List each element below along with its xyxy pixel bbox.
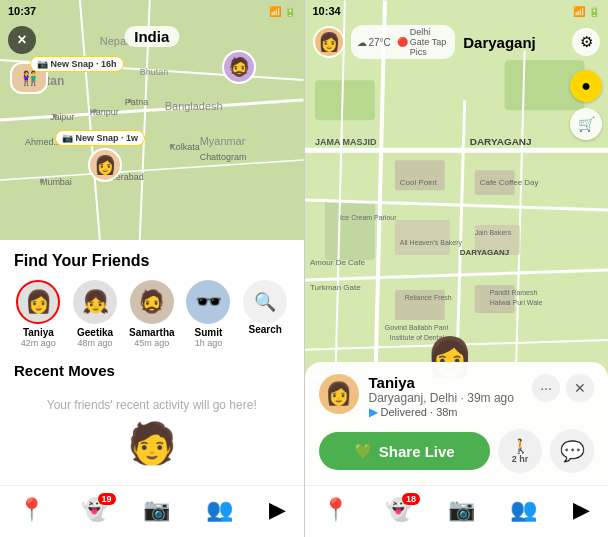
snap-badge-2: 📷 New Snap · 1w xyxy=(55,130,145,146)
empty-text: Your friends' recent activity will go he… xyxy=(47,398,257,412)
sumit-name: Sumit xyxy=(195,327,223,338)
taniya-name: Taniya xyxy=(23,327,54,338)
svg-text:Ice Cream Parlour: Ice Cream Parlour xyxy=(339,214,396,221)
right-time: 10:34 xyxy=(313,5,341,17)
card-buttons: 💚 Share Live 🚶 2 hr 💬 xyxy=(319,429,595,473)
right-bottom-nav: 📍 👻 18 📷 👥 ▶ xyxy=(305,485,609,537)
search-label: Search xyxy=(248,324,281,335)
chat-icon: 💬 xyxy=(560,439,585,463)
svg-rect-29 xyxy=(324,200,374,260)
right-panel: JAMA MASJID DARYAGANJ Cool Point Cafe Co… xyxy=(305,0,609,537)
gear-button[interactable]: ⚙ xyxy=(572,28,600,56)
svg-text:Reliance Fresh: Reliance Fresh xyxy=(404,294,451,301)
friends-nav[interactable]: 👥 xyxy=(206,497,233,523)
svg-text:Chattogram: Chattogram xyxy=(200,152,247,162)
search-circle: 🔍 xyxy=(243,280,287,324)
svg-point-23 xyxy=(40,179,44,183)
right-status-bar: 10:34 📶 🔋 xyxy=(305,0,609,22)
discover-nav[interactable]: ▶ xyxy=(269,497,286,523)
camera-icon: 📷 xyxy=(143,497,170,523)
weather-location: Delhi Gate Tap Pics xyxy=(410,27,449,57)
right-status-icons: 📶 🔋 xyxy=(573,6,600,17)
walk-time: 2 hr xyxy=(512,454,529,464)
samartha-time: 45m ago xyxy=(134,338,169,348)
svg-text:JAMA MASJID: JAMA MASJID xyxy=(314,137,376,147)
friends-icon-r: 👥 xyxy=(510,497,537,523)
samartha-avatar: 🧔 xyxy=(130,280,174,324)
chat-button[interactable]: 💬 xyxy=(550,429,594,473)
geetika-avatar: 👧 xyxy=(73,280,117,324)
svg-text:DARYAGANJ: DARYAGANJ xyxy=(459,248,508,257)
weather-alert: 🔴 xyxy=(397,37,408,47)
right-top-bar: 👩 ☁ 27°C 🔴 Delhi Gate Tap Pics Daryaganj… xyxy=(305,22,609,62)
discover-icon-r: ▶ xyxy=(573,497,590,523)
map-title: India xyxy=(124,26,179,47)
samartha-name: Samartha xyxy=(129,327,175,338)
friends-icon: 👥 xyxy=(206,497,233,523)
right-username: Daryaganj xyxy=(463,34,572,51)
right-bottom-card: 👩 Taniya Daryaganj, Delhi · 39m ago ▶ De… xyxy=(305,362,609,485)
female-bitmoji: 👩 xyxy=(88,148,122,182)
svg-text:DARYAGANJ: DARYAGANJ xyxy=(469,136,531,147)
svg-point-25 xyxy=(170,144,174,148)
svg-rect-40 xyxy=(394,220,449,255)
share-live-button[interactable]: 💚 Share Live xyxy=(319,432,491,470)
svg-text:Amour De Cafe: Amour De Cafe xyxy=(309,258,364,267)
svg-text:All Heaven's Bakery: All Heaven's Bakery xyxy=(399,239,462,247)
svg-point-21 xyxy=(93,109,97,113)
yellow-dot-button[interactable]: ● xyxy=(570,70,602,102)
friends-nav-r[interactable]: 👥 xyxy=(510,497,537,523)
left-content: Find Your Friends 👩 Taniya 42m ago 👧 Gee… xyxy=(0,240,304,485)
svg-text:Cool Point: Cool Point xyxy=(399,178,437,187)
card-name: Taniya xyxy=(369,374,533,391)
card-top-actions: ··· ✕ xyxy=(532,374,594,402)
more-options-button[interactable]: ··· xyxy=(532,374,560,402)
standing-bitmoji: 🧑 xyxy=(127,420,177,467)
geetika-name: Geetika xyxy=(77,327,113,338)
camera-nav-r[interactable]: 📷 xyxy=(448,497,475,523)
close-card-button[interactable]: ✕ xyxy=(566,374,594,402)
walk-time-button[interactable]: 🚶 2 hr xyxy=(498,429,542,473)
stories-nav-r[interactable]: 👻 18 xyxy=(385,497,412,523)
map-nav-r[interactable]: 📍 xyxy=(322,497,349,523)
weather-temp: 27°C xyxy=(369,37,391,48)
share-live-label: Share Live xyxy=(379,443,455,460)
camera-nav[interactable]: 📷 xyxy=(143,497,170,523)
friend-item-taniya[interactable]: 👩 Taniya 42m ago xyxy=(14,280,63,348)
close-button[interactable]: × xyxy=(8,26,36,54)
weather-icon: ☁ xyxy=(357,37,367,48)
svg-text:Turkman Gate: Turkman Gate xyxy=(309,283,360,292)
left-status-bar: 10:37 📶 🔋 xyxy=(0,0,304,22)
svg-text:Cafe Coffee Day: Cafe Coffee Day xyxy=(479,178,538,187)
map-icon-r: 📍 xyxy=(322,497,349,523)
sumit-avatar: 🕶️ xyxy=(186,280,230,324)
svg-point-22 xyxy=(128,99,132,103)
svg-text:Halwai Puri Wale: Halwai Puri Wale xyxy=(489,299,542,306)
friend-item-samartha[interactable]: 🧔 Samartha 45m ago xyxy=(127,280,176,348)
svg-text:Jain Bakers: Jain Bakers xyxy=(474,229,511,236)
left-status-icons: 📶 🔋 xyxy=(269,6,296,17)
friend-item-geetika[interactable]: 👧 Geetika 48m ago xyxy=(71,280,120,348)
svg-text:Bangladesh: Bangladesh xyxy=(165,100,223,112)
stories-nav[interactable]: 👻 19 xyxy=(81,497,108,523)
svg-text:Kolkata: Kolkata xyxy=(170,142,200,152)
right-side-buttons: ● 🛒 xyxy=(570,70,602,140)
left-map: Pakistan Nepal Bhutan Bangladesh India M… xyxy=(0,0,304,240)
svg-rect-27 xyxy=(314,80,374,120)
snap-badge-1: 📷 New Snap · 16h xyxy=(30,56,124,72)
right-battery-icon: 🔋 xyxy=(588,6,600,17)
friend-search-item[interactable]: 🔍 Search xyxy=(241,280,290,335)
sumit-time: 1h ago xyxy=(195,338,223,348)
svg-text:Bhutan: Bhutan xyxy=(140,67,168,77)
recent-moves-empty: Your friends' recent activity will go he… xyxy=(14,387,290,477)
discover-nav-r[interactable]: ▶ xyxy=(573,497,590,523)
battery-icon: 🔋 xyxy=(284,6,296,17)
map-icon: 📍 xyxy=(18,497,45,523)
shopping-button[interactable]: 🛒 xyxy=(570,108,602,140)
map-nav[interactable]: 📍 xyxy=(18,497,45,523)
svg-text:Pandit Ramesh: Pandit Ramesh xyxy=(489,289,537,296)
delivered-arrow-icon: ▶ xyxy=(369,405,378,419)
left-panel: 10:37 📶 🔋 Pakistan Nepal Bhutan Banglade… xyxy=(0,0,304,537)
friend-item-sumit[interactable]: 🕶️ Sumit 1h ago xyxy=(184,280,233,348)
card-info: Taniya Daryaganj, Delhi · 39m ago ▶ Deli… xyxy=(369,374,533,419)
